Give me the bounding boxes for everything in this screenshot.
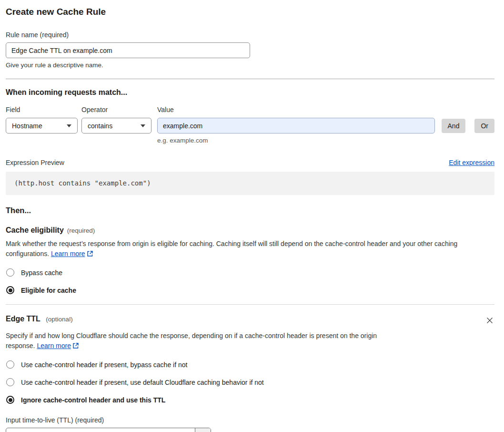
radio-label: Ignore cache-control header and use this… bbox=[21, 396, 165, 404]
match-labels-row: Field Operator Value bbox=[6, 106, 494, 113]
edge-ttl-heading-row: Edge TTL (optional) bbox=[6, 315, 494, 327]
edge-ttl-heading: Edge TTL bbox=[6, 315, 40, 323]
or-button[interactable]: Or bbox=[474, 119, 494, 133]
section-divider bbox=[6, 79, 494, 79]
rule-name-label: Rule name (required) bbox=[6, 31, 494, 39]
external-link-icon bbox=[87, 250, 93, 257]
operator-label: Operator bbox=[81, 106, 157, 113]
ttl-select[interactable]: 1 day bbox=[6, 428, 211, 432]
operator-select-value: contains bbox=[88, 122, 112, 130]
radio-circle-icon bbox=[6, 268, 14, 277]
rule-name-input[interactable] bbox=[6, 42, 250, 58]
radio-label: Bypass cache bbox=[21, 269, 62, 277]
rule-name-group: Rule name (required) Give your rule a de… bbox=[6, 31, 494, 69]
value-label: Value bbox=[157, 106, 174, 113]
field-select[interactable]: Hostname bbox=[6, 118, 78, 134]
chevron-down-icon bbox=[141, 124, 145, 127]
chevron-down-icon bbox=[67, 124, 71, 127]
edit-expression-link[interactable]: Edit expression bbox=[449, 159, 494, 166]
cache-eligibility-heading: Cache eligibility bbox=[6, 226, 64, 235]
learn-more-link[interactable]: Learn more bbox=[51, 250, 85, 257]
learn-more-link[interactable]: Learn more bbox=[37, 342, 71, 350]
external-link-icon bbox=[72, 342, 79, 349]
expression-code: (http.host contains "example.com") bbox=[6, 172, 494, 195]
radio-label: Eligible for cache bbox=[21, 287, 76, 294]
radio-use-cache-control-default[interactable]: Use cache-control header if present, use… bbox=[6, 378, 494, 386]
field-label: Field bbox=[6, 106, 81, 113]
radio-circle-icon bbox=[6, 360, 14, 369]
radio-bypass-cache[interactable]: Bypass cache bbox=[6, 268, 494, 277]
section-divider bbox=[6, 304, 494, 305]
radio-circle-icon bbox=[6, 286, 14, 294]
edge-ttl-description: Specify if and how long Cloudflare shoul… bbox=[6, 331, 403, 351]
cache-eligibility-description: Mark whether the request’s response from… bbox=[6, 239, 494, 259]
and-button[interactable]: And bbox=[442, 119, 466, 133]
operator-select[interactable]: contains bbox=[81, 118, 151, 134]
field-select-value: Hostname bbox=[12, 122, 42, 130]
radio-label: Use cache-control header if present, byp… bbox=[21, 361, 187, 369]
rule-name-help: Give your rule a descriptive name. bbox=[6, 62, 494, 69]
close-icon bbox=[486, 317, 494, 324]
ttl-select-value: 1 day bbox=[6, 428, 195, 432]
radio-ignore-cache-control[interactable]: Ignore cache-control header and use this… bbox=[6, 396, 494, 404]
radio-circle-icon bbox=[6, 396, 14, 404]
value-input[interactable] bbox=[157, 118, 435, 134]
optional-note: (optional) bbox=[46, 316, 72, 323]
then-heading: Then... bbox=[6, 206, 494, 215]
ttl-label: Input time-to-live (TTL) (required) bbox=[6, 416, 494, 424]
ttl-select-arrow-button[interactable] bbox=[195, 428, 211, 432]
radio-label: Use cache-control header if present, use… bbox=[21, 379, 264, 386]
value-help: e.g. example.com bbox=[157, 137, 494, 144]
required-note: (required) bbox=[67, 227, 95, 234]
cache-eligibility-heading-row: Cache eligibility (required) bbox=[6, 226, 494, 235]
expression-preview-row: Expression Preview Edit expression bbox=[6, 159, 494, 166]
radio-use-cache-control-bypass[interactable]: Use cache-control header if present, byp… bbox=[6, 360, 494, 369]
match-section-heading: When incoming requests match... bbox=[6, 88, 494, 97]
radio-eligible-for-cache[interactable]: Eligible for cache bbox=[6, 286, 494, 294]
close-edge-ttl-button[interactable] bbox=[485, 316, 494, 327]
expression-preview-label: Expression Preview bbox=[6, 159, 64, 166]
radio-circle-icon bbox=[6, 378, 14, 386]
match-controls-row: Hostname contains And Or bbox=[6, 118, 494, 134]
page-title: Create new Cache Rule bbox=[6, 7, 494, 17]
